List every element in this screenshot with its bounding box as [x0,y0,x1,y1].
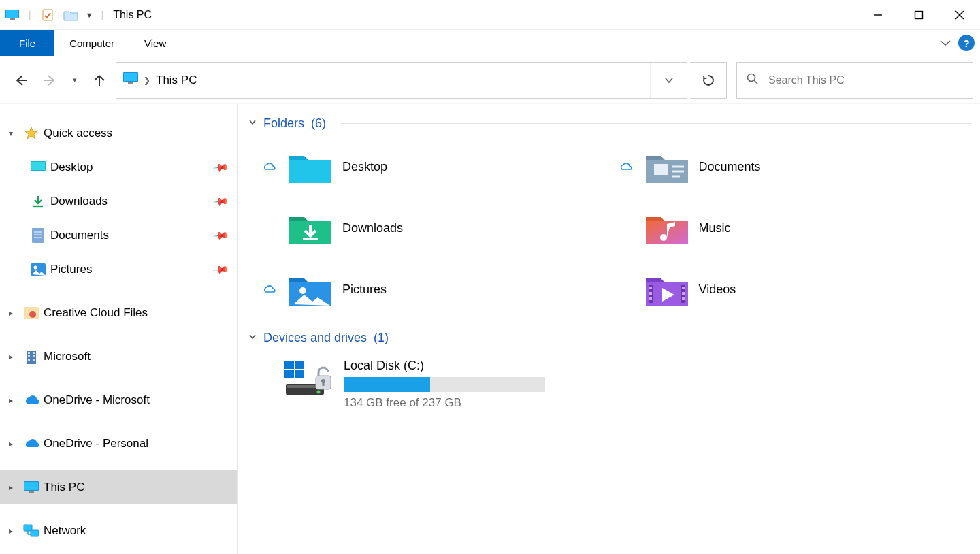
breadcrumb-location[interactable]: This PC [156,74,197,87]
folder-downloads[interactable]: Downloads [259,210,616,246]
tab-view[interactable]: View [129,30,181,56]
collapse-icon[interactable] [248,333,257,343]
navigation-bar: ▾ ❯ This PC [0,56,980,104]
svg-rect-19 [32,228,44,243]
refresh-button[interactable] [690,62,727,99]
close-button[interactable] [939,0,980,30]
folder-label: Desktop [342,160,387,174]
drive-local-c[interactable]: Local Disk (C:) 134 GB free of 237 GB [246,348,972,410]
address-bar[interactable]: ❯ This PC [116,62,687,99]
tree-label: Downloads [50,195,237,208]
svg-rect-66 [323,381,325,386]
collapse-icon[interactable] [248,118,257,129]
maximize-button[interactable] [898,0,939,30]
caret-right-icon[interactable]: ▸ [3,352,19,361]
folder-pictures[interactable]: Pictures [259,271,616,308]
app-icon [3,10,22,20]
tree-desktop[interactable]: Desktop 📌 [0,150,237,184]
qat-dropdown[interactable]: ▼ [84,11,95,19]
tree-this-pc[interactable]: ▸ This PC [0,470,237,504]
creative-cloud-icon [22,307,41,319]
folder-documents[interactable]: Documents [616,148,973,185]
tree-pictures[interactable]: Pictures 📌 [0,252,237,287]
tab-computer[interactable]: Computer [54,30,129,56]
svg-rect-33 [33,359,35,361]
svg-rect-31 [33,355,35,357]
back-button[interactable] [7,67,34,94]
svg-rect-11 [124,73,137,81]
tree-onedrive-microsoft[interactable]: ▸ OneDrive - Microsoft [0,383,237,417]
caret-right-icon[interactable]: ▸ [3,526,19,536]
folder-videos[interactable]: Videos [616,271,973,308]
tree-creative-cloud[interactable]: ▸ Creative Cloud Files [0,296,237,330]
tree-label: Desktop [50,161,237,174]
folder-music[interactable]: Music [616,210,973,246]
star-icon [22,126,41,141]
svg-rect-5 [915,11,923,18]
address-content[interactable]: ❯ This PC [116,72,650,88]
desktop-icon [29,161,48,174]
drive-info: Local Disk (C:) 134 GB free of 237 GB [344,359,545,410]
folder-label: Music [699,221,731,235]
caret-down-icon[interactable]: ▾ [3,129,19,138]
caret-right-icon[interactable]: ▸ [3,483,19,492]
forward-button[interactable] [37,67,64,94]
breadcrumb-separator-icon[interactable]: ❯ [144,76,150,85]
tree-documents[interactable]: Documents 📌 [0,218,237,252]
svg-rect-61 [295,361,304,369]
group-title: Folders [263,116,304,131]
svg-rect-37 [24,525,32,531]
content-pane[interactable]: Folders (6) Desktop [238,104,980,554]
tree-quick-access[interactable]: ▾ Quick access [0,116,237,150]
group-header-drives[interactable]: Devices and drives (1) [246,328,972,348]
titlebar-left: | ▼ | This PC [0,8,152,22]
desktop-folder-icon [287,148,334,185]
caret-right-icon[interactable]: ▸ [3,395,19,405]
svg-rect-51 [649,292,652,295]
tree-label: OneDrive - Microsoft [44,393,237,407]
tab-file[interactable]: File [0,30,54,56]
up-button[interactable] [86,67,113,94]
minimize-button[interactable] [858,0,898,30]
drive-free-text: 134 GB free of 237 GB [344,396,545,410]
tree-label: This PC [44,480,237,494]
caret-right-icon[interactable]: ▸ [3,439,19,449]
tree-label: Quick access [44,127,237,140]
svg-rect-60 [284,361,294,369]
navigation-pane[interactable]: ▾ Quick access Desktop 📌 Downloads 📌 Doc… [0,104,238,554]
tree-network[interactable]: ▸ Network [0,514,237,548]
caret-right-icon[interactable]: ▸ [3,308,19,318]
tree-microsoft[interactable]: ▸ Microsoft [0,340,237,374]
file-explorer-window: | ▼ | This PC File Computer View ? [0,0,980,554]
building-icon [22,349,41,364]
svg-rect-52 [649,297,652,300]
onedrive-icon [22,438,41,450]
drive-icon [282,359,336,400]
search-input[interactable] [767,74,963,87]
tree-downloads[interactable]: Downloads 📌 [0,184,237,218]
svg-marker-15 [25,127,37,139]
folder-label: Pictures [342,282,387,297]
documents-folder-icon [643,148,691,185]
folder-desktop[interactable]: Desktop [259,148,616,185]
recent-locations-button[interactable]: ▾ [67,67,83,94]
tree-onedrive-personal[interactable]: ▸ OneDrive - Personal [0,427,237,461]
address-thispc-icon [123,72,138,88]
svg-rect-17 [31,162,45,170]
group-header-folders[interactable]: Folders (6) [246,114,972,133]
documents-icon [29,228,48,243]
qat-properties-icon[interactable] [38,8,57,22]
address-dropdown-button[interactable] [650,63,687,98]
ribbon-expand-button[interactable] [935,35,956,52]
svg-rect-35 [24,482,38,490]
search-box[interactable] [736,62,973,99]
svg-rect-38 [31,530,39,536]
cloud-status-icon [616,161,635,172]
svg-rect-32 [28,359,30,361]
body: ▾ Quick access Desktop 📌 Downloads 📌 Doc… [0,104,980,554]
svg-rect-3 [43,10,52,20]
pictures-icon [29,263,48,276]
qat-newfolder-icon[interactable] [61,9,80,21]
help-button[interactable]: ? [958,35,975,51]
drive-capacity-fill [344,377,430,392]
